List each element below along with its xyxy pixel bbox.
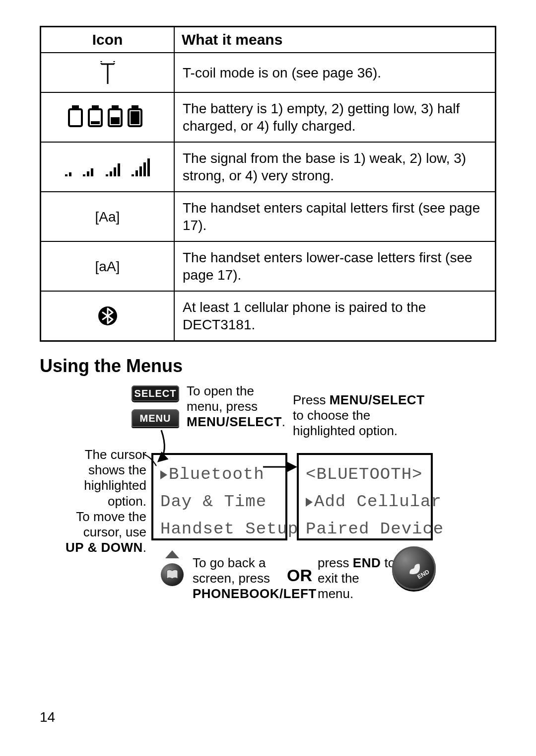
table-cell-meaning: The handset enters lower-case letters fi… (174, 241, 496, 291)
lcd-line: <BLUETOOTH> (306, 465, 422, 484)
menu-diagram: SELECT MENU To open the menu, press MENU… (60, 382, 476, 646)
icon-reference-table: Icon What it means (40, 26, 496, 342)
svg-rect-19 (87, 171, 89, 176)
menu-key-icon: MENU (132, 409, 179, 427)
caption-text: screen, press (193, 571, 270, 586)
table-row: T-coil mode is on (see page 36). (41, 53, 496, 92)
caption-text: shows the (88, 462, 146, 477)
end-key-icon: END (392, 546, 436, 590)
svg-rect-26 (135, 170, 138, 176)
svg-rect-27 (139, 166, 142, 176)
caption-text: . (282, 414, 285, 429)
svg-rect-29 (147, 158, 150, 176)
caption-text: The cursor (85, 447, 146, 462)
or-label: OR (287, 565, 312, 586)
caption-text: Press (293, 392, 330, 407)
caption-text: UP & DOWN (66, 540, 143, 555)
svg-rect-14 (133, 106, 137, 109)
svg-rect-24 (118, 163, 120, 176)
lcd-line: Bluetooth (169, 465, 265, 484)
lcd-screen-bluetooth-menu: <BLUETOOTH> Add Cellular Paired Device (297, 453, 433, 540)
svg-rect-28 (143, 162, 146, 176)
choose-option-caption: Press MENU/SELECT to choose the highligh… (293, 392, 442, 439)
cursor-triangle-icon (160, 470, 167, 479)
table-row: [Aa] The handset enters capital letters … (41, 192, 496, 241)
svg-rect-25 (132, 174, 134, 176)
table-cell-meaning: The handset enters capital letters first… (174, 192, 496, 241)
lcd-screen-main-menu: Bluetooth Day & Time Handset Setup (151, 453, 287, 540)
caption-text: . (143, 540, 146, 555)
caption-text: To open the (187, 383, 254, 398)
svg-rect-16 (65, 174, 67, 176)
cursor-caption: The cursor shows the highlighted option.… (60, 447, 146, 555)
caption-text: menu, press (187, 399, 258, 414)
lcd-line: Add Cellular (314, 492, 442, 511)
table-row: [aA] The handset enters lower-case lette… (41, 241, 496, 291)
cursor-triangle-icon (306, 498, 313, 507)
svg-rect-8 (93, 106, 98, 109)
caption-text: menu. (318, 586, 353, 601)
svg-rect-22 (110, 171, 112, 176)
caption-text: To move the (76, 509, 146, 524)
svg-rect-15 (131, 111, 139, 124)
lower-first-icon: [aA] (95, 259, 120, 274)
svg-rect-18 (83, 174, 85, 176)
nav-pad-icon (155, 550, 190, 595)
lcd-line: Day & Time (160, 492, 267, 511)
svg-rect-20 (91, 168, 93, 176)
bluetooth-icon (97, 307, 118, 322)
table-cell-meaning: The signal from the base is 1) weak, 2) … (174, 142, 496, 192)
svg-rect-6 (73, 106, 78, 109)
up-arrow-icon (165, 550, 179, 558)
svg-rect-5 (69, 109, 82, 126)
caption-text: MENU/SELECT (187, 414, 282, 429)
capital-first-icon: [Aa] (95, 209, 120, 225)
svg-rect-17 (69, 172, 71, 176)
caption-text: MENU/SELECT (330, 392, 425, 407)
page-number: 14 (40, 709, 55, 725)
open-menu-caption: To open the menu, press MENU/SELECT. (187, 383, 291, 430)
select-key-icon: SELECT (132, 385, 179, 401)
caption-text: PHONEBOOK/LEFT (193, 586, 317, 601)
tcoil-icon (99, 64, 116, 79)
table-header-meaning: What it means (174, 27, 496, 53)
table-cell-meaning: At least 1 cellular phone is paired to t… (174, 291, 496, 341)
table-cell-meaning: T-coil mode is on (see page 36). (174, 53, 496, 92)
lcd-line: Paired Device (306, 520, 444, 538)
caption-text: exit the (318, 571, 359, 586)
section-heading-using-menus: Using the Menus (40, 356, 496, 377)
svg-rect-11 (113, 106, 118, 109)
phonebook-key-icon (161, 563, 184, 586)
caption-text: cursor, use (83, 525, 146, 539)
svg-rect-21 (106, 174, 108, 176)
caption-text: to choose the (293, 408, 370, 423)
caption-text: highlighted (84, 478, 146, 493)
caption-text: option. (108, 494, 146, 509)
caption-text: press (318, 555, 353, 570)
caption-text: highlighted option. (293, 423, 398, 438)
end-caption: press END to exit the menu. (318, 555, 402, 602)
caption-text: To go back a (193, 555, 266, 570)
table-header-icon: Icon (41, 27, 175, 53)
svg-rect-23 (114, 167, 116, 176)
table-cell-meaning: The battery is 1) empty, 2) getting low,… (174, 92, 496, 142)
battery-levels-icon (68, 108, 147, 124)
table-row: At least 1 cellular phone is paired to t… (41, 291, 496, 341)
go-back-caption: To go back a screen, press PHONEBOOK/LEF… (193, 555, 297, 602)
table-row: The signal from the base is 1) weak, 2) … (41, 142, 496, 192)
svg-rect-9 (91, 121, 100, 124)
caption-text: END (353, 555, 381, 570)
signal-levels-icon (63, 158, 152, 173)
svg-rect-12 (111, 117, 120, 124)
lcd-line: Handset Setup (160, 520, 298, 538)
table-row: The battery is 1) empty, 2) getting low,… (41, 92, 496, 142)
